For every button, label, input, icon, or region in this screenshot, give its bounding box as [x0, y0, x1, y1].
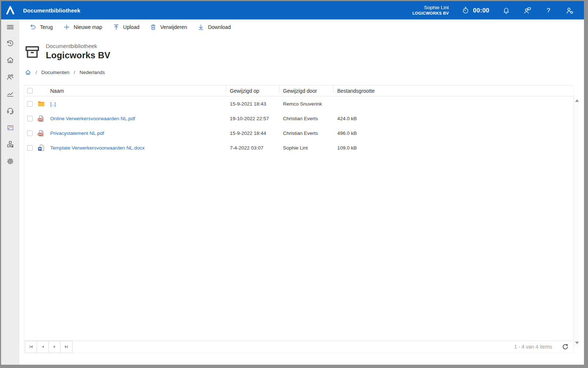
- verwijderen-button[interactable]: Verwijderen: [145, 21, 192, 33]
- pdf-icon: [35, 130, 47, 137]
- pager: 1 - 4 van 4 items: [24, 341, 573, 353]
- history-icon[interactable]: [1, 35, 19, 52]
- chart-icon[interactable]: [1, 85, 19, 102]
- upload-label: Upload: [123, 24, 139, 30]
- timer-button[interactable]: 00:00: [462, 6, 489, 14]
- first-page-icon[interactable]: [25, 341, 37, 353]
- cell-modified-by: Christian Everts: [279, 116, 333, 121]
- download-button[interactable]: Download: [192, 21, 235, 33]
- top-bar: Documentbibliotheek Sophie Lint LOGICWOR…: [1, 1, 584, 19]
- table-row: W Template Verwerkersvoorwaarden NL.docx…: [24, 140, 573, 155]
- sidebar: [1, 19, 19, 365]
- app-window: Documentbibliotheek Sophie Lint LOGICWOR…: [0, 0, 588, 368]
- next-page-icon[interactable]: [49, 341, 60, 353]
- user-name: Sophie Lint: [412, 5, 449, 11]
- column-header-bestandsgrootte[interactable]: Bestandsgrootte: [333, 88, 573, 94]
- table-scrollbar[interactable]: [574, 96, 579, 347]
- cell-modified: 15-9-2021 18:43: [226, 101, 279, 107]
- nieuwe-map-button[interactable]: Nieuwe map: [58, 21, 107, 33]
- svg-text:W: W: [38, 147, 41, 150]
- column-header-gewijzigd-door[interactable]: Gewijzigd door: [279, 88, 333, 94]
- feedback-icon[interactable]: [523, 6, 532, 15]
- hamburger-icon[interactable]: [1, 19, 19, 35]
- column-header-naam[interactable]: Naam: [47, 88, 226, 94]
- breadcrumb-item-documenten[interactable]: Documenten: [41, 70, 70, 75]
- afas-logo-icon[interactable]: [1, 5, 19, 16]
- table-row: Privacystatement NL.pdf 15-9-2022 18:44 …: [24, 126, 573, 140]
- cell-modified: 19-10-2022 22:57: [226, 116, 279, 121]
- user-settings-icon[interactable]: [565, 6, 574, 15]
- modules-icon[interactable]: [1, 136, 19, 153]
- folder-icon: [35, 101, 47, 107]
- breadcrumb-separator: /: [36, 70, 37, 75]
- download-label: Download: [208, 24, 231, 30]
- scroll-up-icon[interactable]: [575, 99, 579, 102]
- row-checkbox[interactable]: [27, 116, 33, 121]
- user-info[interactable]: Sophie Lint LOGICWORKS BV: [412, 5, 449, 16]
- trash-icon: [150, 23, 157, 31]
- stopwatch-icon: [462, 6, 470, 14]
- table-header: Naam Gewijzigd op Gewijzigd door Bestand…: [24, 85, 573, 96]
- upload-button[interactable]: Upload: [108, 21, 144, 33]
- nieuwe-map-label: Nieuwe map: [74, 24, 102, 30]
- file-link[interactable]: Online Verwerkersvoorwaarden NL.pdf: [50, 116, 135, 121]
- file-link[interactable]: Template Verwerkersvoorwaarden NL.docx: [50, 145, 144, 151]
- cell-modified: 7-4-2022 03:07: [226, 145, 279, 151]
- users-icon[interactable]: [1, 69, 19, 85]
- refresh-icon[interactable]: [562, 343, 569, 350]
- table-row: [..] 15-9-2021 18:43 Remco Snuverink: [24, 96, 573, 111]
- breadcrumb: / Documenten / Nederlands: [24, 69, 579, 76]
- page-subtitle: Documentbibliotheek: [46, 43, 110, 49]
- cell-size: 496.0 kB: [333, 130, 573, 136]
- row-checkbox[interactable]: [27, 130, 33, 136]
- terug-label: Terug: [40, 24, 53, 30]
- page-header: Documentbibliotheek Logicworks BV: [24, 43, 579, 60]
- verwijderen-label: Verwijderen: [160, 24, 187, 30]
- cell-modified-by: Christian Everts: [279, 130, 333, 136]
- breadcrumb-item-nederlands[interactable]: Nederlands: [80, 70, 105, 75]
- pdf-icon: [35, 115, 47, 122]
- headset-icon[interactable]: [1, 102, 19, 119]
- table-row: Online Verwerkersvoorwaarden NL.pdf 19-1…: [24, 111, 573, 126]
- cell-modified: 15-9-2022 18:44: [226, 130, 279, 136]
- scroll-down-icon[interactable]: [575, 342, 579, 344]
- plus-icon: [63, 23, 70, 31]
- column-header-gewijzigd-op[interactable]: Gewijzigd op: [226, 88, 279, 94]
- home-icon[interactable]: [25, 69, 31, 76]
- svg-text:?: ?: [547, 7, 550, 14]
- help-icon[interactable]: ?: [544, 6, 552, 14]
- download-icon: [197, 23, 205, 31]
- terug-button[interactable]: Terug: [25, 21, 58, 33]
- row-checkbox[interactable]: [27, 101, 33, 107]
- archive-box-icon: [24, 44, 41, 60]
- floorplan-icon[interactable]: [1, 119, 19, 136]
- file-link[interactable]: [..]: [50, 101, 56, 107]
- table-body: [..] 15-9-2021 18:43 Remco Snuverink: [24, 96, 573, 341]
- upload-icon: [113, 23, 120, 31]
- cell-modified-by: Sophie Lint: [279, 145, 333, 151]
- file-grid: Naam Gewijzigd op Gewijzigd door Bestand…: [24, 85, 579, 353]
- bell-icon[interactable]: [502, 6, 510, 14]
- row-checkbox[interactable]: [27, 145, 33, 151]
- toolbar: Terug Nieuwe map: [19, 19, 584, 35]
- previous-page-icon[interactable]: [37, 341, 49, 353]
- undo-icon: [29, 23, 37, 31]
- cell-size: 424.0 kB: [333, 116, 573, 121]
- page-title: Logicworks BV: [46, 50, 110, 60]
- cell-modified-by: Remco Snuverink: [279, 101, 333, 107]
- file-link[interactable]: Privacystatement NL.pdf: [50, 130, 104, 136]
- cell-size: 109.0 kB: [333, 145, 573, 151]
- user-company: LOGICWORKS BV: [412, 11, 449, 16]
- word-icon: W: [35, 144, 47, 151]
- select-all-checkbox[interactable]: [27, 88, 33, 93]
- app-title: Documentbibliotheek: [23, 7, 80, 14]
- breadcrumb-separator: /: [74, 70, 75, 75]
- home-icon[interactable]: [1, 52, 19, 69]
- timer-value: 00:00: [473, 7, 489, 14]
- last-page-icon[interactable]: [60, 341, 72, 353]
- pager-summary: 1 - 4 van 4 items: [514, 344, 552, 350]
- gear-icon[interactable]: [1, 153, 19, 170]
